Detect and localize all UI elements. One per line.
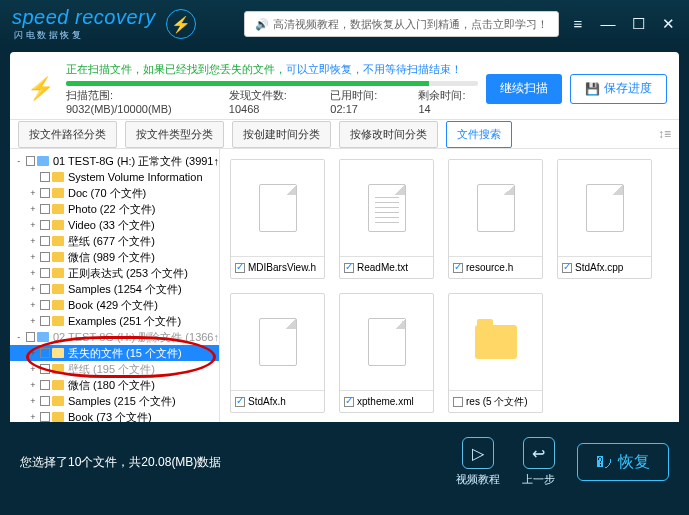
file-name: resource.h (466, 262, 513, 273)
logo: speed recovery 闪 电 数 据 恢 复 ⚡ (12, 6, 244, 42)
file-checkbox[interactable] (235, 397, 245, 407)
document-icon (368, 184, 406, 232)
speaker-icon: 🔊 (255, 18, 269, 31)
file-checkbox[interactable] (562, 263, 572, 273)
file-name: MDIBarsView.h (248, 262, 316, 273)
file-name: StdAfx.cpp (575, 262, 623, 273)
lightning-icon: ⚡ (166, 9, 196, 39)
file-grid: MDIBarsView.hReadMe.txtresource.hStdAfx.… (220, 149, 679, 422)
play-icon: ▷ (462, 437, 494, 469)
window-controls: ≡ — ☐ ✕ (569, 15, 677, 33)
file-item[interactable]: resource.h (448, 159, 543, 279)
tree-node[interactable]: +Video (33 个文件) (10, 217, 219, 233)
tutorial-tip-button[interactable]: 🔊 高清视频教程，数据恢复从入门到精通，点击立即学习！ (244, 11, 559, 37)
tab-created[interactable]: 按创建时间分类 (232, 121, 331, 148)
maximize-icon[interactable]: ☐ (629, 15, 647, 33)
recover-icon: �⵰ (596, 453, 612, 471)
tree-node[interactable]: +Doc (70 个文件) (10, 185, 219, 201)
tab-search[interactable]: 文件搜索 (446, 121, 512, 148)
tree-node[interactable]: +Examples (251 个文件) (10, 313, 219, 329)
document-icon (259, 318, 297, 366)
titlebar: speed recovery 闪 电 数 据 恢 复 ⚡ 🔊 高清视频教程，数据… (0, 0, 689, 48)
tab-path[interactable]: 按文件路径分类 (18, 121, 117, 148)
recover-button[interactable]: �⵰ 恢复 (577, 443, 669, 481)
tree-node[interactable]: +壁纸 (677 个文件) (10, 233, 219, 249)
menu-icon[interactable]: ≡ (569, 15, 587, 33)
tree-node[interactable]: +Samples (1254 个文件) (10, 281, 219, 297)
scan-progress (66, 81, 478, 86)
document-icon (477, 184, 515, 232)
file-item[interactable]: res (5 个文件) (448, 293, 543, 413)
brand-subtitle: 闪 电 数 据 恢 复 (14, 29, 156, 42)
file-item[interactable]: StdAfx.h (230, 293, 325, 413)
file-checkbox[interactable] (453, 397, 463, 407)
folder-tree[interactable]: -01 TEST-8G (H:) 正常文件 (3991↑System Volum… (10, 149, 220, 422)
file-checkbox[interactable] (344, 397, 354, 407)
folder-icon (475, 325, 517, 359)
tab-settings-icon[interactable]: ↕≡ (658, 127, 671, 141)
scan-status-bar: ⚡ 正在扫描文件，如果已经找到您丢失的文件，可以立即恢复，不用等待扫描结束！ 扫… (10, 52, 679, 119)
close-icon[interactable]: ✕ (659, 15, 677, 33)
file-name: StdAfx.h (248, 396, 286, 407)
tree-node[interactable]: +丢失的文件 (15 个文件) (10, 345, 219, 361)
tree-node[interactable]: +正则表达式 (253 个文件) (10, 265, 219, 281)
tree-node[interactable]: +微信 (989 个文件) (10, 249, 219, 265)
brand-text: speed recovery (12, 6, 156, 29)
document-icon (586, 184, 624, 232)
save-icon: 💾 (585, 82, 600, 96)
category-tabs: 按文件路径分类 按文件类型分类 按创建时间分类 按修改时间分类 文件搜索 ↕≡ (10, 119, 679, 149)
main-panel: ⚡ 正在扫描文件，如果已经找到您丢失的文件，可以立即恢复，不用等待扫描结束！ 扫… (10, 52, 679, 422)
scan-message: 正在扫描文件，如果已经找到您丢失的文件，可以立即恢复，不用等待扫描结束！ (66, 62, 478, 77)
tree-node[interactable]: +壁纸 (195 个文件) (10, 361, 219, 377)
tutorial-tip-text: 高清视频教程，数据恢复从入门到精通，点击立即学习！ (273, 17, 548, 32)
tree-node[interactable]: +Book (73 个文件) (10, 409, 219, 422)
tree-node[interactable]: -01 TEST-8G (H:) 正常文件 (3991↑ (10, 153, 219, 169)
document-icon (368, 318, 406, 366)
file-name: ReadMe.txt (357, 262, 408, 273)
tree-node[interactable]: +Samples (215 个文件) (10, 393, 219, 409)
file-checkbox[interactable] (344, 263, 354, 273)
back-button[interactable]: ↩ 上一步 (522, 437, 555, 487)
file-item[interactable]: MDIBarsView.h (230, 159, 325, 279)
minimize-icon[interactable]: — (599, 15, 617, 33)
tab-type[interactable]: 按文件类型分类 (125, 121, 224, 148)
tree-node[interactable]: +微信 (180 个文件) (10, 377, 219, 393)
file-name: xptheme.xml (357, 396, 414, 407)
tree-node[interactable]: +Photo (22 个文件) (10, 201, 219, 217)
save-progress-button[interactable]: 💾保存进度 (570, 74, 667, 104)
continue-scan-button[interactable]: 继续扫描 (486, 74, 562, 104)
selection-status: 您选择了10个文件，共20.08(MB)数据 (20, 454, 456, 471)
file-name: res (5 个文件) (466, 395, 528, 409)
file-item[interactable]: ReadMe.txt (339, 159, 434, 279)
file-item[interactable]: StdAfx.cpp (557, 159, 652, 279)
footer-bar: 您选择了10个文件，共20.08(MB)数据 ▷ 视频教程 ↩ 上一步 �⵰ 恢… (0, 422, 689, 502)
back-icon: ↩ (523, 437, 555, 469)
file-checkbox[interactable] (235, 263, 245, 273)
tree-node[interactable]: System Volume Information (10, 169, 219, 185)
video-tutorial-button[interactable]: ▷ 视频教程 (456, 437, 500, 487)
document-icon (259, 184, 297, 232)
tree-node[interactable]: +Book (429 个文件) (10, 297, 219, 313)
file-item[interactable]: xptheme.xml (339, 293, 434, 413)
tab-modified[interactable]: 按修改时间分类 (339, 121, 438, 148)
tree-node[interactable]: -02 TEST-8G (H:) 删除文件 (1366↑ (10, 329, 219, 345)
scan-icon: ⚡ (22, 71, 58, 107)
file-checkbox[interactable] (453, 263, 463, 273)
